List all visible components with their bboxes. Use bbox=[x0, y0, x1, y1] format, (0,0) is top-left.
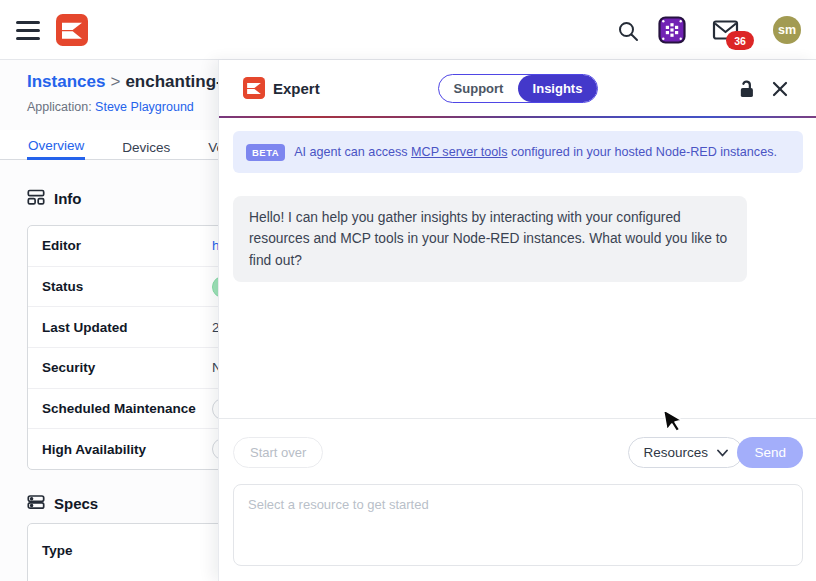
breadcrumb-instances-link[interactable]: Instances bbox=[27, 72, 105, 91]
gradient-divider bbox=[219, 116, 816, 118]
search-icon[interactable] bbox=[616, 19, 640, 46]
instance-tabs: Overview Devices Vers bbox=[0, 130, 218, 160]
info-section-heading: Info bbox=[27, 188, 82, 209]
insights-tab[interactable]: Insights bbox=[518, 75, 597, 102]
expert-panel: Expert Support Insights BETA AI agent ca… bbox=[218, 60, 816, 581]
breadcrumb: Instances>enchanting- bbox=[27, 72, 218, 92]
tab-versions[interactable]: Vers bbox=[207, 130, 218, 160]
info-heading-label: Info bbox=[54, 190, 82, 207]
application-link[interactable]: Steve Playground bbox=[95, 100, 194, 114]
info-row-high-availability: High Availability bbox=[28, 429, 218, 469]
top-navbar: 36 sm bbox=[0, 0, 816, 60]
flowfuse-logo-icon[interactable] bbox=[56, 14, 88, 46]
menu-icon[interactable] bbox=[16, 18, 42, 42]
support-tab[interactable]: Support bbox=[439, 75, 518, 102]
breadcrumb-separator: > bbox=[105, 72, 125, 91]
expert-logo-icon bbox=[243, 77, 265, 99]
instance-overview-page: Instances>enchanting- Application: Steve… bbox=[0, 60, 218, 581]
beta-banner: BETA AI agent can access MCP server tool… bbox=[233, 131, 803, 173]
screen: 36 sm Instances>enchanting- Application:… bbox=[0, 0, 816, 581]
info-icon bbox=[27, 188, 45, 209]
expert-panel-title: Expert bbox=[273, 80, 320, 97]
specs-heading-label: Specs bbox=[54, 495, 98, 512]
user-avatar[interactable]: sm bbox=[773, 16, 801, 44]
beta-badge: BETA bbox=[246, 144, 285, 161]
beta-banner-text: AI agent can access MCP server tools con… bbox=[294, 145, 777, 159]
application-line: Application: Steve Playground bbox=[27, 100, 218, 114]
assistant-message: Hello! I can help you gather insights by… bbox=[233, 196, 747, 282]
info-row-scheduled-maintenance: Scheduled Maintenance bbox=[28, 389, 218, 430]
info-row-last-updated: Last Updated 2 bbox=[28, 307, 218, 348]
specs-section-heading: Specs bbox=[27, 493, 98, 514]
footer-divider bbox=[219, 418, 816, 419]
application-label: Application: bbox=[27, 100, 92, 114]
specs-card: Type bbox=[27, 523, 218, 581]
mode-toggle: Support Insights bbox=[438, 74, 598, 103]
breadcrumb-instance-name: enchanting- bbox=[125, 72, 218, 91]
info-row-security: Security N bbox=[28, 348, 218, 389]
send-button[interactable]: Send bbox=[737, 437, 803, 468]
node-red-app-icon[interactable] bbox=[658, 16, 686, 47]
resources-dropdown[interactable]: Resources bbox=[628, 437, 743, 468]
info-card: Editor h Status Last Updated 2 Security … bbox=[27, 225, 218, 470]
mail-unread-badge: 36 bbox=[726, 31, 754, 50]
resources-label: Resources bbox=[643, 445, 708, 460]
close-icon[interactable] bbox=[768, 77, 792, 104]
info-row-status: Status bbox=[28, 267, 218, 308]
expert-panel-header: Expert Support Insights bbox=[219, 60, 816, 116]
tab-devices[interactable]: Devices bbox=[121, 130, 171, 160]
chevron-down-icon bbox=[717, 445, 728, 460]
chat-input[interactable] bbox=[233, 484, 803, 566]
server-stack-icon bbox=[27, 493, 45, 514]
lock-open-icon[interactable] bbox=[734, 77, 759, 105]
info-row-editor: Editor h bbox=[28, 226, 218, 267]
tab-overview[interactable]: Overview bbox=[27, 130, 85, 160]
specs-row-type: Type bbox=[28, 524, 218, 576]
mcp-server-tools-link[interactable]: MCP server tools bbox=[411, 145, 507, 159]
start-over-button[interactable]: Start over bbox=[233, 437, 323, 468]
